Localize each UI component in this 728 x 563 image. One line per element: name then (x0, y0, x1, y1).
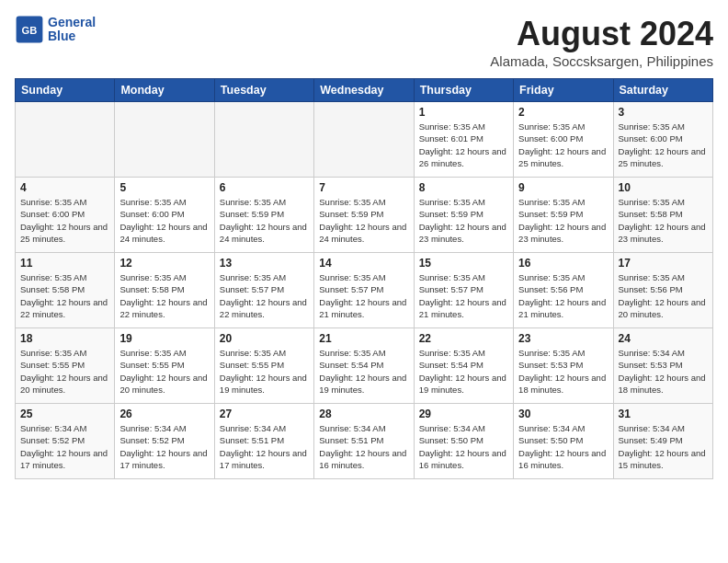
calendar-cell: 16Sunrise: 5:35 AM Sunset: 5:56 PM Dayli… (514, 253, 613, 328)
calendar-cell: 20Sunrise: 5:35 AM Sunset: 5:55 PM Dayli… (214, 328, 313, 404)
day-number: 18 (20, 332, 109, 345)
calendar-cell: 11Sunrise: 5:35 AM Sunset: 5:58 PM Dayli… (16, 253, 115, 328)
calendar-cell: 2Sunrise: 5:35 AM Sunset: 6:00 PM Daylig… (514, 102, 613, 178)
day-info: Sunrise: 5:34 AM Sunset: 5:52 PM Dayligh… (119, 422, 209, 471)
day-info: Sunrise: 5:35 AM Sunset: 6:00 PM Dayligh… (119, 196, 209, 245)
calendar-cell: 1Sunrise: 5:35 AM Sunset: 6:01 PM Daylig… (414, 102, 513, 178)
week-row-2: 11Sunrise: 5:35 AM Sunset: 5:58 PM Dayli… (16, 253, 713, 328)
calendar-cell: 10Sunrise: 5:35 AM Sunset: 5:58 PM Dayli… (613, 178, 712, 253)
calendar-cell: 14Sunrise: 5:35 AM Sunset: 5:57 PM Dayli… (314, 253, 414, 328)
calendar-cell: 23Sunrise: 5:35 AM Sunset: 5:53 PM Dayli… (514, 328, 613, 404)
calendar-cell: 28Sunrise: 5:34 AM Sunset: 5:51 PM Dayli… (314, 404, 414, 479)
day-number: 16 (518, 257, 608, 270)
day-number: 4 (20, 181, 109, 194)
calendar-cell: 5Sunrise: 5:35 AM Sunset: 6:00 PM Daylig… (115, 178, 214, 253)
day-info: Sunrise: 5:35 AM Sunset: 5:56 PM Dayligh… (619, 271, 708, 320)
day-header-tuesday: Tuesday (214, 79, 313, 102)
day-number: 21 (319, 332, 408, 345)
day-number: 7 (319, 181, 408, 194)
day-number: 22 (419, 332, 508, 345)
day-info: Sunrise: 5:35 AM Sunset: 5:59 PM Dayligh… (518, 196, 608, 245)
day-number: 28 (319, 408, 408, 420)
day-info: Sunrise: 5:35 AM Sunset: 5:59 PM Dayligh… (220, 196, 309, 245)
calendar-cell: 4Sunrise: 5:35 AM Sunset: 6:00 PM Daylig… (16, 178, 115, 253)
day-info: Sunrise: 5:34 AM Sunset: 5:49 PM Dayligh… (619, 422, 708, 471)
header-row: SundayMondayTuesdayWednesdayThursdayFrid… (16, 79, 713, 102)
logo: GB General Blue (15, 15, 96, 44)
day-header-thursday: Thursday (414, 79, 513, 102)
day-info: Sunrise: 5:35 AM Sunset: 5:57 PM Dayligh… (419, 271, 508, 320)
day-info: Sunrise: 5:35 AM Sunset: 5:54 PM Dayligh… (319, 347, 408, 396)
day-info: Sunrise: 5:35 AM Sunset: 5:58 PM Dayligh… (119, 271, 209, 320)
title-block: August 2024 Alamada, Soccsksargen, Phili… (490, 15, 713, 69)
day-info: Sunrise: 5:35 AM Sunset: 5:55 PM Dayligh… (220, 347, 309, 396)
day-header-saturday: Saturday (613, 79, 712, 102)
day-number: 8 (419, 181, 508, 194)
day-info: Sunrise: 5:35 AM Sunset: 5:58 PM Dayligh… (619, 196, 708, 245)
day-info: Sunrise: 5:34 AM Sunset: 5:50 PM Dayligh… (419, 422, 508, 471)
day-info: Sunrise: 5:35 AM Sunset: 6:00 PM Dayligh… (20, 196, 109, 245)
logo-text: General Blue (48, 16, 96, 44)
day-info: Sunrise: 5:35 AM Sunset: 5:55 PM Dayligh… (20, 347, 109, 396)
day-number: 27 (220, 408, 309, 420)
day-info: Sunrise: 5:35 AM Sunset: 5:58 PM Dayligh… (20, 271, 109, 320)
day-number: 17 (619, 257, 708, 270)
day-info: Sunrise: 5:35 AM Sunset: 5:57 PM Dayligh… (319, 271, 408, 320)
calendar-cell: 27Sunrise: 5:34 AM Sunset: 5:51 PM Dayli… (214, 404, 313, 479)
day-number: 19 (119, 332, 209, 345)
day-number: 31 (619, 408, 708, 420)
calendar-cell: 12Sunrise: 5:35 AM Sunset: 5:58 PM Dayli… (115, 253, 214, 328)
day-number: 2 (518, 106, 608, 119)
day-number: 10 (619, 181, 708, 194)
logo-icon: GB (15, 15, 44, 44)
day-number: 3 (619, 106, 708, 119)
calendar-cell: 9Sunrise: 5:35 AM Sunset: 5:59 PM Daylig… (514, 178, 613, 253)
calendar-title: August 2024 (490, 15, 713, 53)
calendar-cell: 21Sunrise: 5:35 AM Sunset: 5:54 PM Dayli… (314, 328, 414, 404)
calendar-cell: 19Sunrise: 5:35 AM Sunset: 5:55 PM Dayli… (115, 328, 214, 404)
day-number: 5 (119, 181, 209, 194)
day-info: Sunrise: 5:35 AM Sunset: 5:54 PM Dayligh… (419, 347, 508, 396)
calendar-cell: 3Sunrise: 5:35 AM Sunset: 6:00 PM Daylig… (613, 102, 712, 178)
day-number: 11 (20, 257, 109, 270)
day-info: Sunrise: 5:35 AM Sunset: 6:00 PM Dayligh… (619, 121, 708, 169)
day-info: Sunrise: 5:35 AM Sunset: 6:01 PM Dayligh… (419, 121, 508, 169)
day-number: 30 (518, 408, 608, 420)
calendar-cell: 13Sunrise: 5:35 AM Sunset: 5:57 PM Dayli… (214, 253, 313, 328)
day-number: 6 (220, 181, 309, 194)
day-number: 23 (518, 332, 608, 345)
week-row-1: 4Sunrise: 5:35 AM Sunset: 6:00 PM Daylig… (16, 178, 713, 253)
day-number: 20 (220, 332, 309, 345)
calendar-table: SundayMondayTuesdayWednesdayThursdayFrid… (15, 78, 713, 479)
day-number: 9 (518, 181, 608, 194)
day-info: Sunrise: 5:35 AM Sunset: 5:57 PM Dayligh… (220, 271, 309, 320)
day-header-sunday: Sunday (16, 79, 115, 102)
calendar-cell: 26Sunrise: 5:34 AM Sunset: 5:52 PM Dayli… (115, 404, 214, 479)
day-header-wednesday: Wednesday (314, 79, 414, 102)
calendar-cell: 6Sunrise: 5:35 AM Sunset: 5:59 PM Daylig… (214, 178, 313, 253)
day-info: Sunrise: 5:35 AM Sunset: 6:00 PM Dayligh… (518, 121, 608, 169)
day-info: Sunrise: 5:34 AM Sunset: 5:51 PM Dayligh… (319, 422, 408, 471)
calendar-cell (16, 102, 115, 178)
day-number: 25 (20, 408, 109, 420)
calendar-cell: 7Sunrise: 5:35 AM Sunset: 5:59 PM Daylig… (314, 178, 414, 253)
day-number: 29 (419, 408, 508, 420)
day-number: 1 (419, 106, 508, 119)
calendar-cell: 31Sunrise: 5:34 AM Sunset: 5:49 PM Dayli… (613, 404, 712, 479)
calendar-cell: 17Sunrise: 5:35 AM Sunset: 5:56 PM Dayli… (613, 253, 712, 328)
day-number: 13 (220, 257, 309, 270)
page-header: GB General Blue August 2024 Alamada, Soc… (15, 15, 713, 69)
calendar-cell: 22Sunrise: 5:35 AM Sunset: 5:54 PM Dayli… (414, 328, 513, 404)
day-info: Sunrise: 5:35 AM Sunset: 5:59 PM Dayligh… (419, 196, 508, 245)
calendar-cell (115, 102, 214, 178)
calendar-cell: 25Sunrise: 5:34 AM Sunset: 5:52 PM Dayli… (16, 404, 115, 479)
day-info: Sunrise: 5:35 AM Sunset: 5:59 PM Dayligh… (319, 196, 408, 245)
day-info: Sunrise: 5:34 AM Sunset: 5:50 PM Dayligh… (518, 422, 608, 471)
day-number: 26 (119, 408, 209, 420)
calendar-cell: 30Sunrise: 5:34 AM Sunset: 5:50 PM Dayli… (514, 404, 613, 479)
calendar-cell: 15Sunrise: 5:35 AM Sunset: 5:57 PM Dayli… (414, 253, 513, 328)
day-info: Sunrise: 5:34 AM Sunset: 5:51 PM Dayligh… (220, 422, 309, 471)
day-number: 24 (619, 332, 708, 345)
calendar-cell: 18Sunrise: 5:35 AM Sunset: 5:55 PM Dayli… (16, 328, 115, 404)
day-number: 12 (119, 257, 209, 270)
